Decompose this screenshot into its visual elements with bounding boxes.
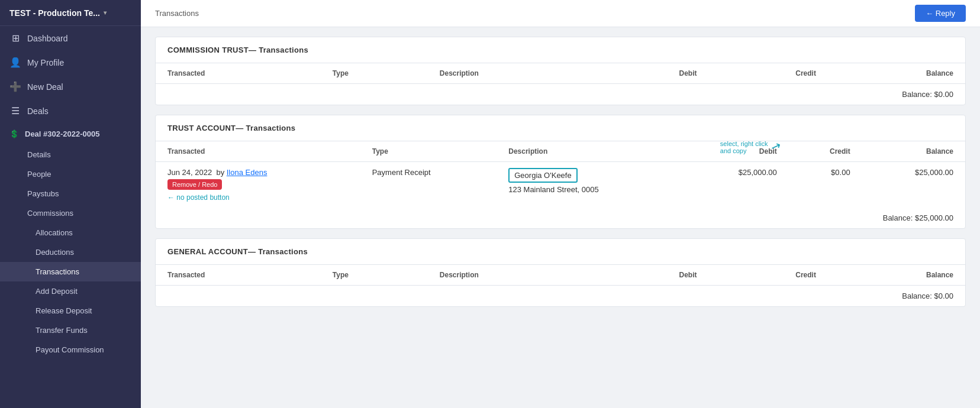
col-transacted: Transacted xyxy=(156,265,321,286)
sub-item-label: Payout Commission xyxy=(36,345,104,354)
annotation-text: select, right clickand copy ↙ xyxy=(720,140,781,154)
sidebar-sub-deductions[interactable]: Deductions xyxy=(0,242,141,262)
sub-item-label: Add Deposit xyxy=(36,287,78,296)
sub-item-label: Transfer Funds xyxy=(36,326,88,335)
sub-item-label: Commissions xyxy=(27,209,73,218)
col-balance: Balance xyxy=(862,141,965,162)
sidebar-sub-transfer-funds[interactable]: Transfer Funds xyxy=(0,320,141,340)
col-type: Type xyxy=(360,141,497,162)
commission-trust-title: COMMISSION TRUST— Transactions xyxy=(156,37,965,63)
sidebar-item-deal-number[interactable]: 💲 Deal #302-2022-0005 xyxy=(0,123,141,145)
table-row: Jun 24, 2022 by Ilona Edens Remove / Red… xyxy=(156,162,965,208)
sidebar: TEST - Production Te... ▾ ⊞ Dashboard 👤 … xyxy=(0,0,141,408)
sidebar-item-label: Deals xyxy=(27,106,49,116)
col-transacted: Transacted xyxy=(156,63,321,84)
top-bar-title: Transactions xyxy=(155,9,199,18)
agent-link[interactable]: Ilona Edens xyxy=(227,168,267,177)
description-name: Georgia O'Keefe xyxy=(514,171,571,180)
transaction-type: Payment Receipt xyxy=(360,162,497,208)
arrow-icon: ↙ xyxy=(768,139,782,156)
col-transacted: Transacted xyxy=(156,141,360,162)
general-account-section: GENERAL ACCOUNT— Transactions Transacted… xyxy=(155,238,966,307)
sidebar-item-new-deal[interactable]: ➕ New Deal xyxy=(0,75,141,99)
col-type: Type xyxy=(321,63,428,84)
commission-trust-balance-row: Balance: $0.00 xyxy=(156,84,965,105)
workspace-selector[interactable]: TEST - Production Te... ▾ xyxy=(0,0,141,26)
description-box[interactable]: Georgia O'Keefe xyxy=(508,168,577,183)
remove-redo-button[interactable]: Remove / Redo xyxy=(167,179,222,190)
sidebar-sub-paystubs[interactable]: Paystubs xyxy=(0,184,141,203)
sidebar-sub-commissions[interactable]: Commissions xyxy=(0,203,141,223)
sidebar-item-my-profile[interactable]: 👤 My Profile xyxy=(0,50,141,75)
trust-account-section: TRUST ACCOUNT— Transactions Transacted T… xyxy=(155,115,966,229)
trust-account-balance-row: Balance: $25,000.00 xyxy=(156,208,965,228)
sidebar-sub-details[interactable]: Details xyxy=(0,145,141,164)
col-type: Type xyxy=(321,265,428,286)
general-account-table: Transacted Type Description Debit Credit… xyxy=(156,265,965,306)
sidebar-sub-transactions[interactable]: Transactions xyxy=(0,262,141,281)
col-description: Description xyxy=(428,63,597,84)
commission-trust-table: Transacted Type Description Debit Credit… xyxy=(156,63,965,105)
sidebar-item-label: Dashboard xyxy=(27,34,68,43)
list-icon: ☰ xyxy=(9,105,21,116)
sidebar-sub-payout-commission[interactable]: Payout Commission xyxy=(0,340,141,360)
sidebar-sub-people[interactable]: People xyxy=(0,164,141,184)
profile-icon: 👤 xyxy=(9,57,21,68)
transaction-date-cell: Jun 24, 2022 by Ilona Edens Remove / Red… xyxy=(156,162,360,208)
col-balance: Balance xyxy=(828,265,965,286)
sub-item-label: Deductions xyxy=(36,248,74,257)
trust-account-table: Transacted Type Description select, righ… xyxy=(156,141,965,228)
sidebar-sub-allocations[interactable]: Allocations xyxy=(0,223,141,242)
general-account-title: GENERAL ACCOUNT— Transactions xyxy=(156,239,965,265)
commission-trust-balance: Balance: $0.00 xyxy=(156,84,965,105)
transaction-date: Jun 24, 2022 by Ilona Edens xyxy=(167,168,349,177)
transaction-balance: $25,000.00 xyxy=(862,162,965,208)
reply-button[interactable]: ← Reply xyxy=(915,5,966,22)
general-account-balance: Balance: $0.00 xyxy=(156,286,965,307)
sidebar-sub-release-deposit[interactable]: Release Deposit xyxy=(0,301,141,320)
trust-account-balance: Balance: $25,000.00 xyxy=(156,208,965,228)
col-balance: Balance xyxy=(828,63,965,84)
col-credit: Credit xyxy=(709,265,828,286)
sidebar-item-label: New Deal xyxy=(27,82,63,92)
trust-account-title: TRUST ACCOUNT— Transactions xyxy=(156,115,965,141)
description-address: 123 Mainland Street, 0005 xyxy=(508,185,673,194)
no-posted-label: ← no posted button xyxy=(167,193,349,202)
general-account-balance-row: Balance: $0.00 xyxy=(156,286,965,307)
sidebar-sub-add-deposit[interactable]: Add Deposit xyxy=(0,281,141,301)
sidebar-item-dashboard[interactable]: ⊞ Dashboard xyxy=(0,26,141,50)
main-content: Transactions ← Reply COMMISSION TRUST— T… xyxy=(141,0,980,408)
sub-item-label: Allocations xyxy=(36,228,73,237)
col-description: Description xyxy=(428,265,597,286)
sidebar-item-deals[interactable]: ☰ Deals xyxy=(0,99,141,123)
sidebar-item-label: Deal #302-2022-0005 xyxy=(25,129,100,138)
transaction-credit: $0.00 xyxy=(789,162,862,208)
sub-item-label: Transactions xyxy=(36,267,79,276)
dashboard-icon: ⊞ xyxy=(9,33,21,44)
col-debit: Debit xyxy=(597,265,709,286)
col-credit: Credit xyxy=(709,63,828,84)
sub-item-label: Paystubs xyxy=(27,189,59,198)
col-description: Description select, right clickand copy … xyxy=(497,141,685,162)
col-credit: Credit xyxy=(789,141,862,162)
chevron-down-icon: ▾ xyxy=(104,9,107,16)
sidebar-item-label: My Profile xyxy=(27,58,64,67)
sub-item-label: Release Deposit xyxy=(36,306,92,315)
add-icon: ➕ xyxy=(9,81,21,92)
top-bar: Transactions ← Reply xyxy=(141,0,980,27)
dollar-icon: 💲 xyxy=(9,129,19,138)
annotation-label: select, right clickand copy xyxy=(720,140,768,154)
workspace-label: TEST - Production Te... xyxy=(9,8,100,18)
transaction-debit: $25,000.00 xyxy=(686,162,789,208)
transaction-description: Georgia O'Keefe 123 Mainland Street, 000… xyxy=(497,162,685,208)
sub-item-label: Details xyxy=(27,150,51,159)
sub-item-label: People xyxy=(27,170,51,179)
col-debit: Debit xyxy=(597,63,709,84)
commission-trust-section: COMMISSION TRUST— Transactions Transacte… xyxy=(155,37,966,105)
